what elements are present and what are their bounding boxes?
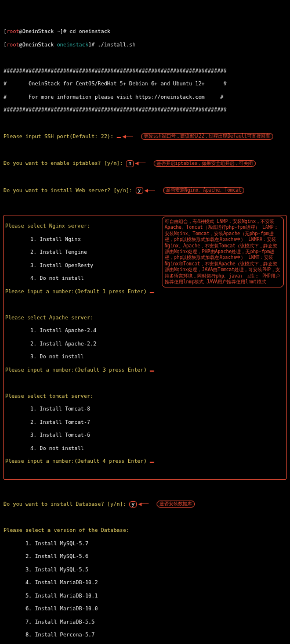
list-item: 1. Install Tomcat-8 (5, 406, 285, 412)
note-iptables: 是否开启iptables，如果安全组开启，可关闭 (154, 160, 256, 167)
list-item: 3. Install MySQL-5.5 (3, 567, 287, 573)
banner-line-2: # For more information please visit http… (3, 94, 287, 100)
arrow-icon: ◀── (138, 501, 148, 508)
prompt-db-ver-head: Please select a version of the Database: (3, 527, 287, 534)
input-apache-number[interactable] (150, 370, 154, 372)
list-item: 3. Install Tomcat-6 (5, 432, 285, 438)
banner-hash: ########################################… (3, 107, 287, 113)
list-item: 8. Install Percona-5.7 (3, 632, 287, 638)
input-iptables[interactable]: n (126, 160, 133, 167)
prompt-apache-head: Please select Apache server: (5, 315, 285, 321)
input-ssh[interactable] (117, 137, 121, 138)
input-nginx-number[interactable] (150, 292, 154, 293)
list-item: 4. Do not install (5, 445, 285, 452)
list-item: 6. Install MariaDB-10.0 (3, 606, 287, 612)
note-ssh: 更改ssh端口号，建议默认22，过程出现Default可直接回车 (141, 133, 273, 140)
list-item: 2. Install MySQL-5.6 (3, 553, 287, 560)
list-item: 3. Do not install (5, 354, 285, 360)
note-servers-side: 可自由组合，有4种模式 LNMP：安装Nginx，不安装Apache、Tomca… (162, 217, 284, 287)
arrow-icon: ◀── (122, 133, 133, 141)
note-webserver: 是否安装Nginx、Apache、Tomcat (163, 187, 244, 194)
list-item: 1. Install MySQL-5.7 (3, 541, 287, 547)
arrow-icon: ◀── (135, 160, 146, 167)
servers-group: Please select Nginx server: 1. Install N… (3, 215, 287, 480)
banner-hash: ########################################… (3, 68, 287, 74)
prompt-db: Do you want to install Database? [y/n]: (3, 501, 126, 507)
prompt-iptables: Do you want to enable iptables? [y/n]: (3, 160, 123, 166)
input-tomcat-number[interactable] (150, 462, 154, 463)
prompt-tomcat-head: Please select tomcat server: (5, 393, 285, 400)
list-item: 2. Install Tomcat-7 (5, 419, 285, 426)
input-webserver[interactable]: y (136, 187, 143, 194)
prompt-tomcat-input: Please input a number:(Default 4 press E… (5, 458, 147, 464)
prompt-apache-input: Please input a number:(Default 3 press E… (5, 367, 147, 373)
list-item: 7. Install MariaDB-5.5 (3, 619, 287, 625)
list-item: 5. Install MariaDB-10.1 (3, 593, 287, 599)
shell-prompt-1: [root@OneinStack ~]# cd oneinstack (3, 28, 287, 35)
note-db: 是否安装数据库 (157, 501, 195, 508)
list-item: 1. Install Apache-2.4 (5, 328, 285, 334)
banner-line-1: # OneinStack for CentOS/RedHat 5+ Debian… (3, 81, 287, 87)
list-item: 2. Install Apache-2.2 (5, 341, 285, 347)
prompt-webserver: Do you want to install Web server? [y/n]… (3, 187, 132, 193)
shell-prompt-2: [root@OneinStack oneinstack]# ./install.… (3, 42, 287, 48)
prompt-nginx-input: Please input a number:(Default 1 press E… (5, 289, 147, 294)
input-db[interactable]: y (129, 501, 137, 508)
arrow-icon: ◀── (144, 187, 155, 195)
list-item: 4. Install MariaDB-10.2 (3, 580, 287, 586)
prompt-ssh: Please input SSH port(Default: 22): (3, 134, 114, 139)
